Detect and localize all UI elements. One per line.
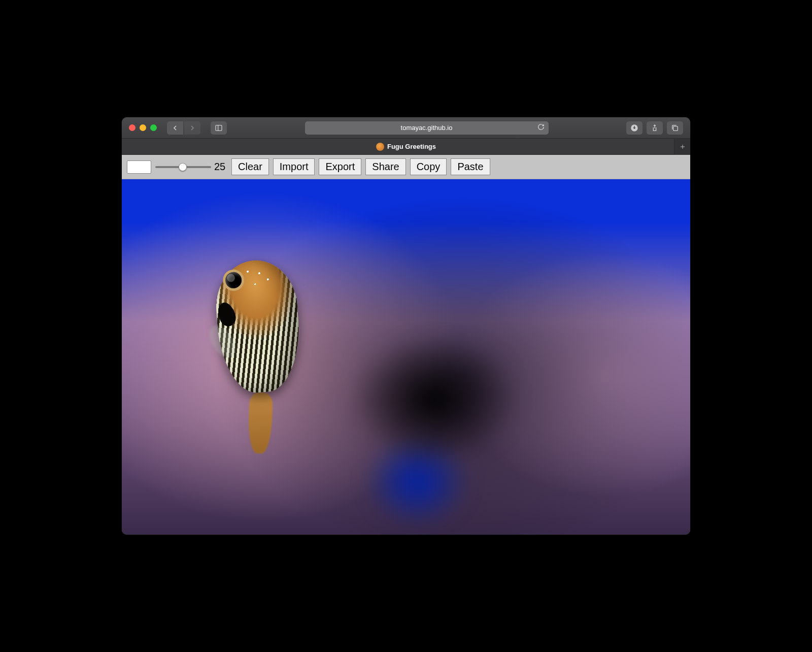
forward-button[interactable] — [184, 121, 200, 135]
reload-icon[interactable] — [537, 123, 545, 132]
import-button[interactable]: Import — [273, 158, 315, 175]
browser-window: tomayac.github.io Fugu Greetings — [122, 117, 690, 535]
traffic-lights — [129, 124, 157, 131]
copy-button[interactable]: Copy — [410, 158, 447, 175]
address-bar[interactable]: tomayac.github.io — [305, 121, 549, 135]
tabs-overview-button[interactable] — [667, 121, 683, 135]
tab-bar: Fugu Greetings — [122, 139, 690, 155]
color-picker[interactable] — [127, 160, 151, 174]
paste-button[interactable]: Paste — [451, 158, 490, 175]
titlebar: tomayac.github.io — [122, 117, 690, 139]
brush-size-value: 25 — [214, 161, 227, 173]
downloads-button[interactable] — [626, 121, 642, 135]
export-button[interactable]: Export — [319, 158, 361, 175]
tab-title: Fugu Greetings — [387, 143, 436, 150]
svg-rect-0 — [216, 125, 222, 131]
address-bar-wrap: tomayac.github.io — [249, 121, 604, 135]
svg-rect-3 — [673, 126, 678, 131]
back-button[interactable] — [167, 121, 183, 135]
brush-size-control: 25 — [155, 161, 227, 173]
toolbar-right — [626, 121, 683, 135]
drawing-canvas[interactable] — [122, 179, 690, 535]
minimize-window-button[interactable] — [140, 124, 146, 131]
sidebar-toggle-button[interactable] — [211, 121, 227, 135]
app-toolbar: 25 Clear Import Export Share Copy Paste — [122, 155, 690, 179]
clear-button[interactable]: Clear — [231, 158, 269, 175]
share-button[interactable] — [647, 121, 663, 135]
share-app-button[interactable]: Share — [365, 158, 405, 175]
fugu-fish-image — [191, 236, 321, 437]
brush-size-slider[interactable] — [155, 166, 211, 168]
address-url: tomayac.github.io — [401, 124, 453, 132]
nav-buttons — [167, 121, 200, 135]
close-window-button[interactable] — [129, 124, 136, 131]
new-tab-button[interactable] — [674, 139, 690, 155]
maximize-window-button[interactable] — [150, 124, 157, 131]
fugu-favicon-icon — [376, 143, 384, 151]
